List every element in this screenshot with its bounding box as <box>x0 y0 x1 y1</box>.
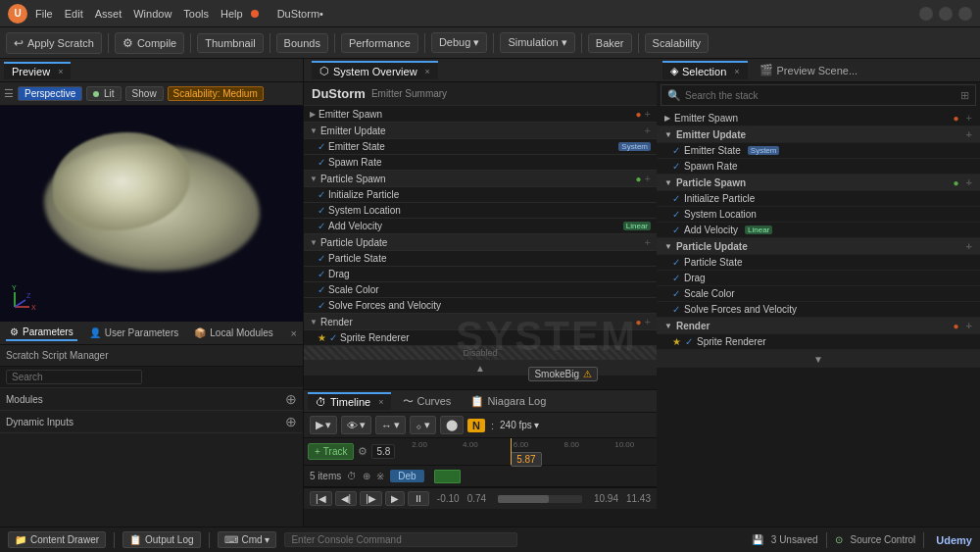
timeline-ctrl-3[interactable]: ↔ ▾ <box>375 416 406 434</box>
preview-scene-tab[interactable]: 🎬 Preview Scene... <box>752 62 866 78</box>
plus-icon[interactable]: + <box>966 240 972 252</box>
sel-particle-spawn-header[interactable]: ▼ Particle Spawn ● + <box>657 175 980 191</box>
step-fwd-button[interactable]: |▶ <box>360 491 382 506</box>
plus-icon[interactable]: + <box>966 320 972 331</box>
flow-particle-spawn-group[interactable]: ▼ Particle Spawn ● + <box>304 171 657 187</box>
timeline-scrub-area[interactable]: 2.00 4.00 6.00 8.00 10.00 5.87 <box>399 438 653 465</box>
flow-emitter-state[interactable]: ✓ Emitter State System <box>304 139 657 155</box>
timeline-ctrl-2[interactable]: 👁 ▾ <box>341 416 371 434</box>
track-settings-icon[interactable]: ⚙ <box>358 445 368 458</box>
menu-edit[interactable]: Edit <box>65 8 83 20</box>
preview-tab-close[interactable]: × <box>58 67 63 76</box>
timeline-tab-close[interactable]: × <box>378 397 383 407</box>
sel-spawn-rate[interactable]: ✓ Spawn Rate <box>657 159 980 175</box>
params-search-input[interactable] <box>6 370 142 384</box>
modules-add-icon[interactable]: ⊕ <box>285 391 297 407</box>
show-button[interactable]: Show <box>125 86 164 101</box>
plus-icon[interactable]: + <box>966 176 972 188</box>
sel-system-location[interactable]: ✓ System Location <box>657 207 980 223</box>
flow-particle-state[interactable]: ✓ Particle State <box>304 251 657 267</box>
debug-button[interactable]: Debug ▾ <box>431 32 487 53</box>
timeline-tab[interactable]: ⏱ Timeline × <box>308 392 391 410</box>
filter-icon[interactable]: ⊞ <box>960 89 969 102</box>
jump-start-button[interactable]: |◀ <box>310 491 332 506</box>
flow-emitter-spawn[interactable]: ▶ Emitter Spawn ● + <box>304 106 657 123</box>
curves-tab[interactable]: 〜 Curves <box>395 392 459 411</box>
menu-file[interactable]: File <box>35 8 53 20</box>
modules-section[interactable]: Modules ⊕ <box>0 388 303 411</box>
sel-drag[interactable]: ✓ Drag <box>657 271 980 286</box>
scalability-button[interactable]: Scalability <box>645 33 710 53</box>
flow-init-particle[interactable]: ✓ Initialize Particle <box>304 187 657 203</box>
sel-solve-forces[interactable]: ✓ Solve Forces and Velocity <box>657 302 980 318</box>
baker-button[interactable]: Baker <box>588 33 632 53</box>
params-close-icon[interactable]: × <box>291 327 297 339</box>
selection-tab[interactable]: ◈ Selection × <box>662 61 748 79</box>
parameters-tab[interactable]: ⚙ Parameters <box>6 325 77 341</box>
flow-add-velocity[interactable]: ✓ Add Velocity Linear <box>304 219 657 234</box>
flow-particle-update-group[interactable]: ▼ Particle Update + <box>304 234 657 251</box>
plus-icon[interactable]: + <box>645 173 651 184</box>
minimize-button[interactable]: − <box>919 7 933 21</box>
scroll-down-btn[interactable]: ▼ <box>657 350 980 368</box>
flow-render-group[interactable]: ▼ Render ● + <box>304 314 657 330</box>
local-modules-tab[interactable]: 📦 Local Modules <box>190 326 276 340</box>
sel-emitter-spawn[interactable]: ▶ Emitter Spawn ● + <box>657 110 980 126</box>
content-drawer-button[interactable]: 📁 Content Drawer <box>8 531 106 548</box>
add-track-button[interactable]: + Track <box>308 443 354 460</box>
apply-scratch-button[interactable]: ↩ Apply Scratch <box>6 32 102 54</box>
lit-button[interactable]: Lit <box>86 86 121 101</box>
performance-button[interactable]: Performance <box>341 33 418 53</box>
flow-emitter-update-group[interactable]: ▼ Emitter Update + <box>304 123 657 139</box>
sel-particle-update-header[interactable]: ▼ Particle Update + <box>657 238 980 255</box>
flow-solve-forces[interactable]: ✓ Solve Forces and Velocity <box>304 298 657 314</box>
cmd-button[interactable]: ⌨ Cmd ▾ <box>218 531 277 548</box>
so-tab-close[interactable]: × <box>425 67 430 76</box>
niagara-log-tab[interactable]: 📋 Niagara Log <box>463 393 554 410</box>
sel-particle-state[interactable]: ✓ Particle State <box>657 255 980 271</box>
dynamic-inputs-add-icon[interactable]: ⊕ <box>285 414 297 429</box>
menu-bar[interactable]: File Edit Asset Window Tools Help <box>35 8 243 20</box>
track-value-input[interactable]: 5.8 <box>371 444 395 459</box>
timeline-ctrl-1[interactable]: ▶ ▾ <box>310 416 337 434</box>
flow-spawn-rate[interactable]: ✓ Spawn Rate <box>304 155 657 171</box>
sel-sprite-renderer[interactable]: ★ ✓ Sprite Renderer <box>657 334 980 350</box>
thumbnail-button[interactable]: Thumbnail <box>197 33 263 53</box>
pause-button[interactable]: ⏸ <box>408 491 429 506</box>
sel-init-particle[interactable]: ✓ Initialize Particle <box>657 191 980 207</box>
plus-icon[interactable]: + <box>645 236 651 248</box>
play-button[interactable]: ▶ <box>385 491 405 506</box>
flow-system-location[interactable]: ✓ System Location <box>304 203 657 219</box>
plus-icon[interactable]: + <box>645 108 651 120</box>
compile-button[interactable]: ⚙ Compile <box>115 32 184 54</box>
perspective-button[interactable]: Perspective <box>18 86 82 101</box>
output-log-button[interactable]: 📋 Output Log <box>122 531 200 548</box>
menu-tools[interactable]: Tools <box>183 8 209 20</box>
maximize-button[interactable]: □ <box>939 7 953 21</box>
plus-icon[interactable]: + <box>645 125 651 136</box>
close-button[interactable]: × <box>958 7 972 21</box>
timeline-ctrl-4[interactable]: ⬦ ▾ <box>410 416 436 434</box>
sel-scale-color[interactable]: ✓ Scale Color <box>657 286 980 302</box>
plus-icon[interactable]: + <box>966 128 972 140</box>
step-back-button[interactable]: ◀| <box>335 491 358 506</box>
sel-tab-close[interactable]: × <box>734 67 739 76</box>
sel-emitter-update-header[interactable]: ▼ Emitter Update + <box>657 126 980 143</box>
console-input[interactable] <box>284 532 516 547</box>
user-params-tab[interactable]: 👤 User Parameters <box>85 326 183 340</box>
menu-icon[interactable]: ☰ <box>4 87 14 100</box>
plus-icon[interactable]: + <box>645 316 651 327</box>
timeline-scrollbar[interactable] <box>498 495 582 503</box>
plus-icon[interactable]: + <box>966 112 972 124</box>
menu-window[interactable]: Window <box>133 8 172 20</box>
sel-add-velocity[interactable]: ✓ Add Velocity Linear <box>657 223 980 238</box>
sel-emitter-state[interactable]: ✓ Emitter State System <box>657 143 980 159</box>
dynamic-inputs-section[interactable]: Dynamic Inputs ⊕ <box>0 411 303 433</box>
simulation-button[interactable]: Simulation ▾ <box>500 32 574 53</box>
preview-tab[interactable]: Preview × <box>4 62 71 79</box>
scroll-up-btn[interactable]: ▲ <box>304 360 657 376</box>
system-overview-tab[interactable]: ⬡ System Overview × <box>312 61 438 79</box>
selection-search-input[interactable] <box>685 90 956 101</box>
flow-scale-color[interactable]: ✓ Scale Color <box>304 282 657 298</box>
fps-selector[interactable]: 240 fps ▾ <box>500 420 539 430</box>
